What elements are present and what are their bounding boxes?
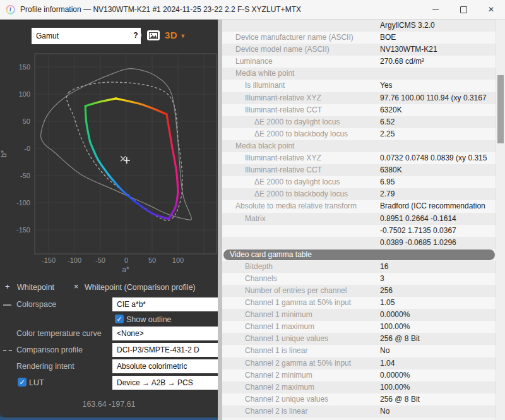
gamut-plot-panel: Gamut ∨ ? 3D ▼ -150-100-5005010015010050… <box>0 19 218 417</box>
profile-info-row[interactable]: Channel 2 maximum100.00% <box>222 381 496 393</box>
row-label: Luminance <box>235 56 273 68</box>
y-tick-label: -150 <box>16 226 30 234</box>
y-tick-label: -0 <box>24 145 30 152</box>
row-label: Channel 1 minimum <box>245 309 312 321</box>
rendering-intent-select[interactable]: Absolute colorimetric ∨ <box>112 359 218 373</box>
help-button[interactable]: ? <box>130 30 141 41</box>
row-value: BOE <box>380 32 396 44</box>
profile-info-row[interactable]: Channel 2 unique values256 @ 8 Bit <box>222 393 496 405</box>
profile-info-row[interactable]: Channels3 <box>222 273 496 285</box>
row-value: 256 <box>380 285 393 297</box>
profile-info-row[interactable]: Matrix0.8951 0.2664 -0.1614 <box>222 213 496 225</box>
display-gamut-outline <box>116 99 167 114</box>
colorspace-select[interactable]: CIE a*b* ∨ <box>112 297 218 311</box>
y-tick-label: 50 <box>23 117 30 125</box>
minimize-button[interactable] <box>422 0 449 19</box>
profile-info-row[interactable]: Illuminant-relative XYZ0.0732 0.0748 0.0… <box>222 152 496 164</box>
y-tick-label: 150 <box>19 63 30 71</box>
profile-info-row[interactable]: 0.0389 -0.0685 1.0296 <box>222 237 496 249</box>
display-gamut-outline <box>109 175 136 202</box>
three-d-button[interactable]: 3D ▼ <box>165 30 186 40</box>
whitepoint-cross-icon: × <box>74 282 78 291</box>
row-label: Channel 2 maximum <box>245 381 314 393</box>
row-value: 0.0000% <box>380 309 410 321</box>
profile-info-row[interactable]: Number of entries per channel256 <box>222 285 496 297</box>
row-label: ΔE 2000 to daylight locus <box>254 176 340 188</box>
profile-info-row[interactable]: Device model name (ASCII)NV130WTM-K21 <box>222 44 496 56</box>
comparison-profile-select[interactable]: DCI-P3/SMPTE-431-2 D ∨ <box>112 343 218 357</box>
profile-info-row[interactable]: Channel 1 gamma at 50% input1.05 <box>222 297 496 309</box>
minimize-icon <box>432 9 439 10</box>
display-gamut-outline <box>85 106 90 142</box>
row-value: Bradford (ICC recommendation <box>380 200 485 212</box>
row-label: Channel 2 is linear <box>245 405 307 417</box>
row-label: Channel 1 maximum <box>245 321 314 333</box>
three-d-dropdown-icon: ▼ <box>180 33 186 39</box>
comparison-profile-label: Comparison profile <box>16 345 83 354</box>
row-value: 2.25 <box>380 128 395 140</box>
profile-info-row[interactable]: Channel 2 is linearNo <box>222 405 496 417</box>
row-label: Bitdepth <box>245 261 273 273</box>
cursor-coordinates: 163.64 -197.61 <box>0 400 218 409</box>
profile-info-row[interactable]: Bitdepth16 <box>222 261 496 273</box>
info-icon-letter: i <box>8 6 14 13</box>
row-value: 0.0389 -0.0685 1.0296 <box>380 237 456 249</box>
row-label: Device manufacturer name (ASCII) <box>235 32 354 44</box>
profile-info-row[interactable]: Illuminant-relative XYZ97.76 100.00 110.… <box>222 92 496 104</box>
colorspace-value: CIE a*b* <box>117 300 146 309</box>
row-value: 100.00% <box>380 381 410 393</box>
maximize-button[interactable] <box>449 0 477 19</box>
lut-value: Device → A2B → PCS <box>117 378 193 387</box>
x-tick-label: 0 <box>124 256 128 264</box>
row-value: 16 <box>380 261 388 273</box>
scrollbar-thumb[interactable] <box>497 75 504 143</box>
row-label: ΔE 2000 to blackbody locus <box>254 128 348 140</box>
profile-info-row[interactable]: Media white point <box>222 68 496 80</box>
profile-info-row[interactable]: Illuminant-relative CCT6320K <box>222 104 496 116</box>
x-tick-label: 100 <box>172 256 184 264</box>
lut-select[interactable]: Device → A2B → PCS ∨ <box>112 376 218 390</box>
row-label: Illuminant-relative XYZ <box>245 92 321 104</box>
x-axis-label: a* <box>122 265 129 274</box>
profile-info-row[interactable]: Channel 2 gamma at 50% input1.04 <box>222 357 496 369</box>
rendering-intent-value: Absolute colorimetric <box>117 362 187 371</box>
profile-info-row[interactable]: Media black point <box>222 140 496 152</box>
color-temperature-curve-select[interactable]: <None> ∨ <box>112 327 218 340</box>
profile-info-row[interactable]: Channel 1 unique values256 @ 8 Bit <box>222 333 496 345</box>
profile-info-row[interactable]: -0.7502 1.7135 0.0367 <box>222 225 496 237</box>
profile-info-row[interactable]: Channel 1 maximum100.00% <box>222 321 496 333</box>
comparison-profile-value: DCI-P3/SMPTE-431-2 D <box>117 345 199 354</box>
vertical-scrollbar[interactable] <box>496 20 505 420</box>
y-tick-label: -50 <box>20 172 30 179</box>
panel-splitter[interactable] <box>218 19 222 420</box>
row-value: 2.79 <box>380 188 395 200</box>
close-button[interactable]: ✕ <box>477 0 505 19</box>
profile-info-row[interactable]: Illuminant-relative CCT6380K <box>222 164 496 176</box>
close-icon: ✕ <box>488 6 494 13</box>
view-mode-select[interactable]: Gamut ∨ <box>32 28 141 44</box>
profile-info-row[interactable]: Device manufacturer name (ASCII)BOE <box>222 32 496 44</box>
row-label: Channel 2 unique values <box>245 393 328 405</box>
save-image-button[interactable] <box>147 30 160 40</box>
row-value: 1.04 <box>380 357 395 369</box>
profile-info-row[interactable]: ArgyllCMS 3.2.0 <box>222 20 496 32</box>
show-outline-checkbox[interactable] <box>115 315 124 323</box>
window-controls: ✕ <box>422 0 505 19</box>
profile-info-row[interactable]: Channel 2 minimum0.0000% <box>222 369 496 381</box>
profile-info-row[interactable]: ΔE 2000 to daylight locus6.95 <box>222 176 496 188</box>
lut-checkbox[interactable] <box>18 378 27 387</box>
profile-info-row[interactable]: Channel 1 is linearNo <box>222 345 496 357</box>
view-mode-value: Gamut <box>36 32 59 40</box>
whitepoint-comparison-legend-label: Whitepoint (Comparison profile) <box>85 283 196 292</box>
profile-info-row[interactable]: Luminance270.68 cd/m² <box>222 56 496 68</box>
profile-info-row[interactable]: ΔE 2000 to blackbody locus2.25 <box>222 128 496 140</box>
profile-info-row[interactable]: ΔE 2000 to daylight locus6.52 <box>222 116 496 128</box>
row-label: Channel 1 unique values <box>245 333 328 345</box>
lut-label: LUT <box>29 378 44 387</box>
row-label: ΔE 2000 to blackbody locus <box>254 188 348 200</box>
profile-info-row[interactable]: Is illuminantYes <box>222 80 496 92</box>
profile-info-row[interactable]: ΔE 2000 to blackbody locus2.79 <box>222 188 496 200</box>
gamut-plot[interactable]: -150-100-5005010015010050-0-50-100-150a*… <box>0 51 218 278</box>
profile-info-row[interactable]: Absolute to media relative transformBrad… <box>222 200 496 212</box>
profile-info-row[interactable]: Channel 1 minimum0.0000% <box>222 309 496 321</box>
